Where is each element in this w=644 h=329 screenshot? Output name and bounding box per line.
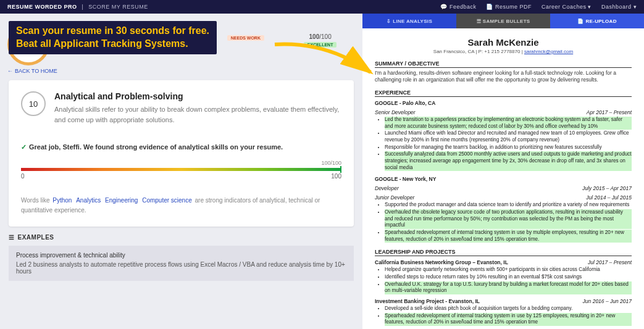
bullet-highlighted: Spearheaded redevelopment of internal tr… [385,313,632,326]
resume-pdf-link[interactable]: 📄Resume PDF [486,4,532,10]
promo-banner: Scan your resume in 30 seconds for free.… [9,21,217,54]
bullet: Helped organize quarterly networking eve… [385,267,632,273]
keyword[interactable]: Engineering [105,197,138,204]
skill-title: Analytical and Problem-solving [54,91,341,101]
summary-head: SUMMARY / OBJECTIVE [375,60,632,68]
feedback-text: ✓Great job, Steffi. We found strong evid… [21,143,341,151]
keyword[interactable]: Python [52,197,72,204]
bullet: Developed a sell-side ideas pitch book o… [385,306,632,312]
skill-detail-card: 10 Analytical and Problem-solving Analyt… [9,80,354,227]
chevron-down-icon: ▾ [634,4,637,10]
leadership-head: LEADERSHIP AND PROJECTS [375,249,632,256]
bullet-highlighted: Overhauled U.K. strategy for a top U.S. … [385,281,632,294]
dashboard-link[interactable]: Dashboard ▾ [601,4,637,10]
resume-contact: San Francsico, CA | P: +1 215 2778870 | … [375,49,632,54]
skill-card[interactable]: NEEDS WORK [211,33,281,48]
example-item[interactable]: Process improvement & technical ability … [9,246,354,281]
keyword[interactable]: Computer science [142,197,192,204]
bullet-highlighted: Spearheaded redevelopment of internal tr… [385,230,632,243]
bullet-highlighted: Successfully analyzed data from 25000 mo… [385,151,632,171]
file-icon: 📄 [486,4,493,10]
brand: RESUME WORDED PRO [7,4,77,10]
keyword[interactable]: Analytics [76,197,101,204]
bullet-highlighted: Led the transition to a paperless practi… [385,117,632,130]
left-column: Scan your resume in 30 seconds for free.… [0,14,362,329]
examples-section: ☰EXAMPLES Process improvement & technica… [9,234,354,281]
needs-work-badge: NEEDS WORK [227,35,264,41]
experience-head: EXPERIENCE [375,90,632,97]
bullet-highlighted: Overhauled the obsolete legacy source co… [385,209,632,229]
email-link[interactable]: sarahmck@gmail.com [524,49,573,54]
upload-icon: 📄 [577,19,583,24]
bullet: Supported the product manager and data s… [385,202,632,209]
feedback-link[interactable]: 💬Feedback [440,4,476,10]
sub-brand[interactable]: SCORE MY RESUME [88,4,148,10]
back-arrow-icon: ← [7,68,13,74]
resume-name: Sarah McKenzie [375,37,632,48]
right-column: ⇩LINE ANALYSIS ☰SAMPLE BULLETS 📄RE-UPLOA… [362,14,644,329]
resume-preview: Sarah McKenzie San Francsico, CA | P: +1… [362,28,644,329]
download-icon: ⇩ [387,19,391,24]
list-icon: ☰ [9,234,15,241]
topbar: RESUME WORDED PRO | SCORE MY RESUME 💬Fee… [0,0,644,14]
bullet: Responsible for managing the team's back… [385,144,632,151]
bullet: Identified steps to reduce return rates … [385,274,632,281]
arrow-annotation [272,38,377,83]
gauge-bar [21,168,341,171]
bullet: Launched Miami office with lead Director… [385,130,632,143]
keywords-text: Words like Python Analytics Engineering … [21,196,341,215]
tab-line-analysis[interactable]: ⇩LINE ANALYSIS [362,14,456,28]
skill-description: Analytical skills refer to your ability … [54,104,341,125]
chat-icon: 💬 [440,4,448,10]
gauge-score: 100/100 [21,160,341,166]
skill-score-circle: 10 [21,91,46,116]
tab-sample-bullets[interactable]: ☰SAMPLE BULLETS [456,14,550,28]
chevron-down-icon: ▾ [588,4,592,10]
list-icon: ☰ [477,19,481,24]
tab-reupload[interactable]: 📄RE-UPLOAD [550,14,644,28]
check-icon: ✓ [21,143,27,151]
coaches-link[interactable]: Career Coaches ▾ [542,4,592,10]
